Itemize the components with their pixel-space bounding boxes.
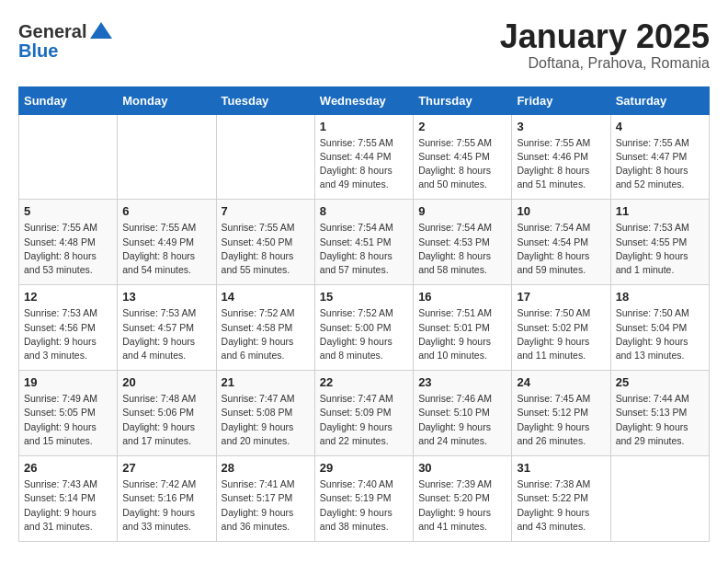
cell-sun-info: Sunrise: 7:55 AM Sunset: 4:50 PM Dayligh… [222, 221, 310, 277]
day-number: 19 [24, 375, 112, 389]
calendar-cell: 30Sunrise: 7:39 AM Sunset: 5:20 PM Dayli… [414, 456, 512, 542]
day-number: 15 [320, 290, 408, 304]
cell-sun-info: Sunrise: 7:47 AM Sunset: 5:08 PM Dayligh… [222, 392, 310, 448]
logo-icon [88, 18, 114, 44]
calendar-cell: 8Sunrise: 7:54 AM Sunset: 4:51 PM Daylig… [314, 200, 413, 285]
day-number: 7 [222, 204, 310, 218]
calendar-cell [216, 114, 314, 200]
cell-sun-info: Sunrise: 7:52 AM Sunset: 5:00 PM Dayligh… [320, 306, 408, 362]
day-number: 25 [616, 375, 704, 389]
cell-sun-info: Sunrise: 7:54 AM Sunset: 4:51 PM Dayligh… [320, 221, 408, 277]
day-number: 14 [222, 290, 310, 304]
cell-sun-info: Sunrise: 7:50 AM Sunset: 5:02 PM Dayligh… [517, 306, 605, 362]
day-number: 27 [122, 461, 210, 475]
logo-wordmark: General Blue [18, 18, 114, 62]
logo-general: General [18, 21, 86, 42]
cell-sun-info: Sunrise: 7:55 AM Sunset: 4:48 PM Dayligh… [24, 221, 112, 277]
cell-sun-info: Sunrise: 7:48 AM Sunset: 5:06 PM Dayligh… [122, 392, 210, 448]
cell-sun-info: Sunrise: 7:49 AM Sunset: 5:05 PM Dayligh… [24, 392, 112, 448]
day-number: 3 [517, 120, 605, 133]
day-number: 24 [517, 375, 605, 389]
calendar-cell: 18Sunrise: 7:50 AM Sunset: 5:04 PM Dayli… [610, 285, 709, 371]
cell-sun-info: Sunrise: 7:39 AM Sunset: 5:20 PM Dayligh… [418, 477, 506, 534]
day-number: 17 [517, 290, 605, 304]
calendar-cell: 24Sunrise: 7:45 AM Sunset: 5:12 PM Dayli… [512, 371, 610, 456]
cell-sun-info: Sunrise: 7:55 AM Sunset: 4:44 PM Dayligh… [320, 136, 408, 192]
calendar-cell: 25Sunrise: 7:44 AM Sunset: 5:13 PM Dayli… [610, 371, 709, 456]
weekday-header: Wednesday [314, 86, 413, 114]
day-number: 12 [24, 290, 112, 304]
calendar-cell: 16Sunrise: 7:51 AM Sunset: 5:01 PM Dayli… [414, 285, 512, 371]
cell-sun-info: Sunrise: 7:50 AM Sunset: 5:04 PM Dayligh… [616, 306, 704, 362]
calendar-cell: 14Sunrise: 7:52 AM Sunset: 4:58 PM Dayli… [216, 285, 314, 371]
calendar-cell: 11Sunrise: 7:53 AM Sunset: 4:55 PM Dayli… [610, 200, 709, 285]
weekday-header: Friday [512, 86, 610, 114]
cell-sun-info: Sunrise: 7:40 AM Sunset: 5:19 PM Dayligh… [320, 477, 408, 534]
cell-sun-info: Sunrise: 7:42 AM Sunset: 5:16 PM Dayligh… [122, 477, 210, 534]
day-number: 4 [616, 120, 704, 133]
title-block: January 2025 Doftana, Prahova, Romania [500, 18, 710, 72]
day-number: 6 [122, 204, 210, 218]
day-number: 10 [517, 204, 605, 218]
cell-sun-info: Sunrise: 7:46 AM Sunset: 5:10 PM Dayligh… [418, 392, 506, 448]
calendar-cell: 31Sunrise: 7:38 AM Sunset: 5:22 PM Dayli… [512, 456, 610, 542]
cell-sun-info: Sunrise: 7:45 AM Sunset: 5:12 PM Dayligh… [517, 392, 605, 448]
cell-sun-info: Sunrise: 7:55 AM Sunset: 4:49 PM Dayligh… [122, 221, 210, 277]
day-number: 13 [122, 290, 210, 304]
calendar-week-row: 12Sunrise: 7:53 AM Sunset: 4:56 PM Dayli… [19, 285, 710, 371]
calendar-cell: 28Sunrise: 7:41 AM Sunset: 5:17 PM Dayli… [216, 456, 314, 542]
day-number: 22 [320, 375, 408, 389]
cell-sun-info: Sunrise: 7:52 AM Sunset: 4:58 PM Dayligh… [222, 306, 310, 362]
weekday-header: Saturday [610, 86, 709, 114]
day-number: 23 [418, 375, 506, 389]
calendar-cell: 6Sunrise: 7:55 AM Sunset: 4:49 PM Daylig… [118, 200, 216, 285]
day-number: 26 [24, 461, 112, 475]
cell-sun-info: Sunrise: 7:55 AM Sunset: 4:45 PM Dayligh… [418, 136, 506, 192]
logo: General Blue [18, 18, 114, 62]
calendar-cell: 12Sunrise: 7:53 AM Sunset: 4:56 PM Dayli… [19, 285, 118, 371]
calendar-week-row: 26Sunrise: 7:43 AM Sunset: 5:14 PM Dayli… [19, 456, 710, 542]
day-number: 5 [24, 204, 112, 218]
cell-sun-info: Sunrise: 7:55 AM Sunset: 4:46 PM Dayligh… [517, 136, 605, 192]
svg-marker-0 [90, 22, 112, 39]
calendar-week-row: 1Sunrise: 7:55 AM Sunset: 4:44 PM Daylig… [19, 114, 710, 200]
logo-blue: Blue [18, 40, 58, 62]
cell-sun-info: Sunrise: 7:44 AM Sunset: 5:13 PM Dayligh… [616, 392, 704, 448]
calendar-cell: 15Sunrise: 7:52 AM Sunset: 5:00 PM Dayli… [314, 285, 413, 371]
day-number: 20 [122, 375, 210, 389]
day-number: 2 [418, 120, 506, 133]
calendar-cell: 2Sunrise: 7:55 AM Sunset: 4:45 PM Daylig… [414, 114, 512, 200]
day-number: 8 [320, 204, 408, 218]
page-header: General Blue January 2025 Doftana, Praho… [18, 18, 710, 72]
calendar-cell: 20Sunrise: 7:48 AM Sunset: 5:06 PM Dayli… [118, 371, 216, 456]
day-number: 18 [616, 290, 704, 304]
calendar-week-row: 5Sunrise: 7:55 AM Sunset: 4:48 PM Daylig… [19, 200, 710, 285]
calendar-cell [19, 114, 118, 200]
cell-sun-info: Sunrise: 7:43 AM Sunset: 5:14 PM Dayligh… [24, 477, 112, 534]
calendar-cell: 26Sunrise: 7:43 AM Sunset: 5:14 PM Dayli… [19, 456, 118, 542]
month-title: January 2025 [500, 18, 710, 55]
cell-sun-info: Sunrise: 7:55 AM Sunset: 4:47 PM Dayligh… [616, 136, 704, 192]
weekday-header: Sunday [19, 86, 118, 114]
calendar-table: SundayMondayTuesdayWednesdayThursdayFrid… [18, 86, 710, 542]
calendar-cell: 10Sunrise: 7:54 AM Sunset: 4:54 PM Dayli… [512, 200, 610, 285]
day-number: 28 [222, 461, 310, 475]
cell-sun-info: Sunrise: 7:51 AM Sunset: 5:01 PM Dayligh… [418, 306, 506, 362]
weekday-header-row: SundayMondayTuesdayWednesdayThursdayFrid… [19, 86, 710, 114]
calendar-cell: 19Sunrise: 7:49 AM Sunset: 5:05 PM Dayli… [19, 371, 118, 456]
calendar-cell [610, 456, 709, 542]
cell-sun-info: Sunrise: 7:41 AM Sunset: 5:17 PM Dayligh… [222, 477, 310, 534]
weekday-header: Thursday [414, 86, 512, 114]
weekday-header: Monday [118, 86, 216, 114]
calendar-cell [118, 114, 216, 200]
day-number: 11 [616, 204, 704, 218]
day-number: 30 [418, 461, 506, 475]
calendar-cell: 4Sunrise: 7:55 AM Sunset: 4:47 PM Daylig… [610, 114, 709, 200]
calendar-cell: 7Sunrise: 7:55 AM Sunset: 4:50 PM Daylig… [216, 200, 314, 285]
calendar-cell: 27Sunrise: 7:42 AM Sunset: 5:16 PM Dayli… [118, 456, 216, 542]
cell-sun-info: Sunrise: 7:53 AM Sunset: 4:57 PM Dayligh… [122, 306, 210, 362]
day-number: 21 [222, 375, 310, 389]
cell-sun-info: Sunrise: 7:54 AM Sunset: 4:53 PM Dayligh… [418, 221, 506, 277]
calendar-cell: 29Sunrise: 7:40 AM Sunset: 5:19 PM Dayli… [314, 456, 413, 542]
calendar-cell: 5Sunrise: 7:55 AM Sunset: 4:48 PM Daylig… [19, 200, 118, 285]
